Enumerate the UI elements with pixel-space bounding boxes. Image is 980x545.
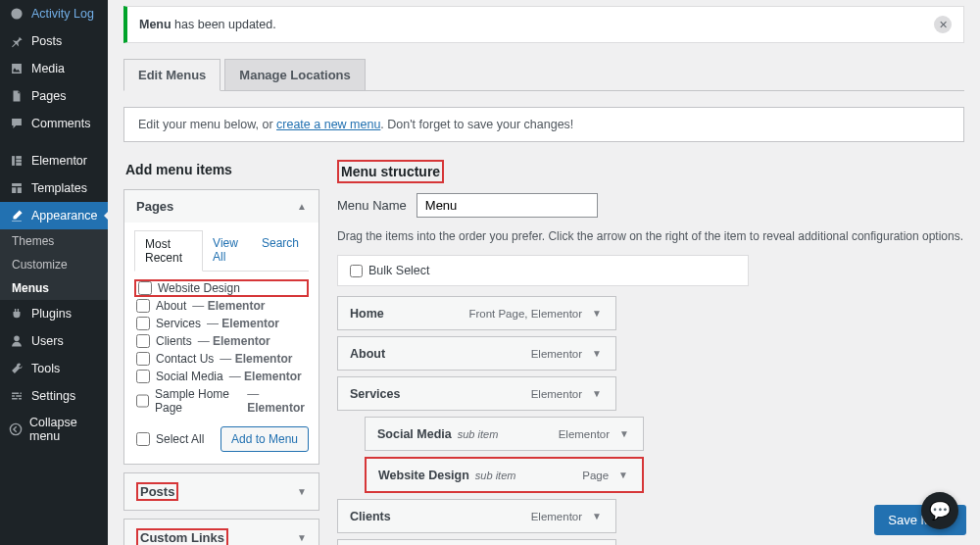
page-label: Website Design	[158, 281, 240, 295]
menu-name-label: Menu Name	[337, 198, 407, 213]
sidebar-label: Comments	[31, 117, 90, 130]
subtab-view-all[interactable]: View All	[203, 230, 252, 271]
sidebar-item-settings[interactable]: Settings	[0, 382, 108, 410]
menu-item-title: Website Design	[378, 469, 469, 482]
page-label: About	[156, 299, 186, 313]
menu-item-about[interactable]: AboutElementor▼	[337, 336, 616, 371]
comment-icon	[9, 116, 24, 131]
menu-item-meta: Elementor	[559, 428, 610, 440]
plug-icon	[9, 306, 24, 322]
accordion-posts: Posts▼	[123, 472, 319, 511]
sidebar-sub-themes[interactable]: Themes	[0, 229, 108, 253]
bulk-select-checkbox[interactable]	[350, 265, 363, 277]
menu-item-meta: Front Page, Elementor	[468, 308, 582, 320]
page-checkbox[interactable]	[136, 334, 150, 348]
menu-structure-heading: Menu structure	[337, 160, 444, 183]
menu-item-clients[interactable]: ClientsElementor▼	[337, 499, 616, 533]
menu-name-input[interactable]	[416, 193, 598, 218]
chevron-down-icon[interactable]: ▼	[617, 426, 631, 441]
page-checkbox[interactable]	[138, 281, 152, 295]
pages-subtabs: Most Recent View All Search	[134, 230, 309, 272]
clock-icon	[9, 6, 24, 22]
sidebar-item-media[interactable]: Media	[0, 55, 108, 82]
menu-item-sublabel: sub item	[458, 428, 499, 440]
page-option-website-design[interactable]: Website Design	[134, 279, 309, 297]
dismiss-notice-button[interactable]: ✕	[934, 16, 952, 33]
info-bar: Edit your menu below, or create a new me…	[123, 107, 964, 142]
chevron-down-icon[interactable]: ▼	[616, 468, 630, 482]
accordion-pages-header[interactable]: Pages▲	[124, 190, 318, 223]
sidebar-item-activity-log[interactable]: Activity Log	[0, 0, 108, 27]
chat-icon: 💬	[929, 500, 951, 521]
accordion-links-header[interactable]: Custom Links▼	[124, 520, 318, 545]
sidebar-sub-menus[interactable]: Menus	[0, 276, 108, 300]
subtab-search[interactable]: Search	[252, 230, 309, 271]
sidebar-label: Templates	[31, 181, 87, 195]
chevron-up-icon: ▲	[297, 201, 307, 212]
page-option-social-media[interactable]: Social Media— Elementor	[134, 368, 309, 385]
menu-item-title: About	[350, 347, 385, 361]
page-checkbox[interactable]	[136, 299, 150, 313]
page-checkbox[interactable]	[136, 394, 149, 408]
wrench-icon	[9, 361, 24, 376]
select-all-row[interactable]: Select All	[134, 430, 206, 448]
menu-item-services[interactable]: ServicesElementor▼	[337, 376, 616, 411]
accordion-posts-header[interactable]: Posts▼	[124, 473, 318, 510]
add-to-menu-button[interactable]: Add to Menu	[220, 426, 309, 452]
select-all-checkbox[interactable]	[136, 432, 150, 446]
page-option-about[interactable]: About— Elementor	[134, 297, 309, 315]
subtab-most-recent[interactable]: Most Recent	[134, 230, 203, 272]
menu-item-contact-us[interactable]: Contact UsElementor▼	[337, 539, 616, 545]
chevron-down-icon: ▼	[297, 486, 307, 497]
page-label: Clients	[156, 334, 192, 348]
page-option-sample-home[interactable]: Sample Home Page— Elementor	[134, 385, 309, 417]
svg-rect-1	[16, 156, 22, 159]
sidebar-item-plugins[interactable]: Plugins	[0, 300, 108, 327]
help-fab-button[interactable]: 💬	[921, 492, 958, 529]
sidebar-label: Pages	[31, 89, 66, 103]
menu-item-home[interactable]: HomeFront Page, Elementor▼	[337, 296, 616, 330]
sidebar-label: Tools	[31, 362, 60, 375]
chevron-down-icon[interactable]: ▼	[590, 346, 604, 361]
menu-item-meta: Elementor	[531, 388, 582, 400]
menu-item-sublabel: sub item	[475, 470, 516, 481]
page-checkbox[interactable]	[136, 370, 150, 383]
notice-text: Menu has been updated.	[139, 18, 276, 31]
page-option-services[interactable]: Services— Elementor	[134, 315, 309, 332]
sidebar-sub-customize[interactable]: Customize	[0, 253, 108, 276]
page-checkbox[interactable]	[136, 352, 150, 366]
page-icon	[9, 88, 24, 104]
sidebar-item-pages[interactable]: Pages	[0, 82, 108, 110]
chevron-down-icon[interactable]: ▼	[590, 509, 604, 523]
sidebar-item-elementor[interactable]: Elementor	[0, 147, 108, 174]
main-content: Menu has been updated. ✕ Edit Menus Mana…	[108, 0, 980, 545]
create-new-menu-link[interactable]: create a new menu	[276, 118, 380, 131]
sidebar-item-appearance[interactable]: Appearance	[0, 202, 108, 229]
pin-icon	[9, 33, 24, 49]
sidebar-item-users[interactable]: Users	[0, 327, 108, 355]
sidebar-item-collapse[interactable]: Collapse menu	[0, 410, 108, 449]
sidebar-item-tools[interactable]: Tools	[0, 355, 108, 382]
bulk-select-label: Bulk Select	[368, 264, 430, 277]
media-icon	[9, 61, 24, 76]
menu-tabs: Edit Menus Manage Locations	[123, 59, 964, 91]
page-label: Services	[156, 317, 201, 330]
tab-manage-locations[interactable]: Manage Locations	[224, 59, 365, 90]
page-option-contact-us[interactable]: Contact Us— Elementor	[134, 350, 309, 368]
menu-item-website-design[interactable]: Website Designsub itemPage▼	[365, 457, 644, 493]
menu-item-social-media[interactable]: Social Mediasub itemElementor▼	[365, 417, 644, 451]
menu-item-meta: Elementor	[531, 511, 582, 522]
page-checkbox[interactable]	[136, 317, 150, 330]
chevron-down-icon[interactable]: ▼	[590, 386, 604, 401]
chevron-down-icon[interactable]: ▼	[590, 306, 604, 321]
page-option-clients[interactable]: Clients— Elementor	[134, 332, 309, 350]
drag-hint-text: Drag the items into the order you prefer…	[337, 229, 964, 243]
svg-rect-0	[12, 156, 15, 166]
accordion-title: Pages	[136, 199, 173, 214]
accordion-title: Posts	[136, 482, 178, 501]
tab-edit-menus[interactable]: Edit Menus	[123, 59, 220, 91]
sidebar-item-comments[interactable]: Comments	[0, 110, 108, 137]
sidebar-item-templates[interactable]: Templates	[0, 174, 108, 202]
page-label: Contact Us	[156, 352, 214, 366]
sidebar-item-posts[interactable]: Posts	[0, 27, 108, 55]
